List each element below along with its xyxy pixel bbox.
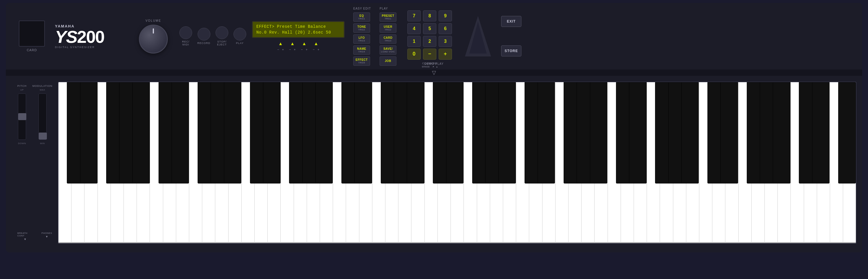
white-key[interactable]	[503, 82, 516, 243]
white-key[interactable]	[660, 82, 673, 243]
white-key[interactable]	[163, 82, 176, 243]
num-1-button[interactable]: 1	[407, 36, 421, 47]
tone-button[interactable]: TONE TRG2	[353, 24, 370, 33]
user-button[interactable]: USER TRG2	[380, 24, 396, 33]
white-key[interactable]	[398, 82, 411, 243]
card-button[interactable]: CARD TRG3	[380, 34, 396, 44]
white-key[interactable]	[189, 82, 202, 243]
white-key[interactable]	[529, 82, 542, 243]
white-key[interactable]	[647, 82, 660, 243]
slider-4-arrow[interactable]: ▲	[314, 41, 318, 46]
preset-button[interactable]: PRESET TRG1	[380, 12, 396, 22]
white-key[interactable]	[634, 82, 647, 243]
white-key[interactable]	[372, 82, 385, 243]
white-key[interactable]	[150, 82, 163, 243]
white-key[interactable]	[71, 82, 85, 243]
num-5-button[interactable]: 5	[423, 23, 436, 34]
white-key[interactable]	[490, 82, 503, 243]
volume-knob[interactable]	[139, 25, 168, 54]
white-key[interactable]	[333, 82, 346, 243]
store-button[interactable]: STORE	[501, 45, 521, 56]
white-key[interactable]	[582, 82, 595, 243]
num-3-button[interactable]: 3	[439, 36, 452, 47]
num-8-button[interactable]: 8	[423, 10, 436, 22]
white-key[interactable]	[176, 82, 189, 243]
white-key[interactable]	[98, 82, 111, 243]
white-key[interactable]	[281, 82, 294, 243]
white-key[interactable]	[843, 82, 856, 243]
white-key[interactable]	[830, 82, 843, 243]
num-4-button[interactable]: 4	[407, 23, 421, 34]
white-key[interactable]	[686, 82, 699, 243]
num-6-button[interactable]: 6	[439, 23, 452, 34]
white-key[interactable]	[804, 82, 817, 243]
white-key[interactable]	[451, 82, 464, 243]
white-key[interactable]	[137, 82, 150, 243]
white-key[interactable]	[411, 82, 425, 243]
record-button[interactable]	[197, 28, 210, 40]
white-key[interactable]	[111, 82, 124, 243]
white-key[interactable]	[294, 82, 307, 243]
play-button[interactable]	[234, 28, 246, 40]
white-key[interactable]	[242, 82, 255, 243]
slider-3-arrow[interactable]: ▲	[302, 41, 307, 46]
mod-slider[interactable]	[38, 93, 46, 140]
slider-3-minus[interactable]: −	[301, 48, 303, 51]
save-load-button[interactable]: SAVE/ LOAD VOIC	[380, 45, 396, 55]
white-key[interactable]	[516, 82, 529, 243]
white-key[interactable]	[608, 82, 621, 243]
job-button[interactable]: JOB	[380, 56, 396, 66]
white-key[interactable]	[556, 82, 568, 243]
white-key[interactable]	[765, 82, 778, 243]
white-key[interactable]	[385, 82, 398, 243]
stop-button[interactable]	[216, 26, 228, 39]
white-key[interactable]	[778, 82, 791, 243]
num-0-button[interactable]: 0	[407, 49, 421, 60]
white-key[interactable]	[568, 82, 582, 243]
slider-4-plus[interactable]: +	[317, 48, 319, 51]
white-key[interactable]	[307, 82, 320, 243]
white-key[interactable]	[124, 82, 137, 243]
white-key[interactable]	[346, 82, 359, 243]
lfo-button[interactable]: LFO TRG3	[353, 34, 370, 44]
white-key[interactable]	[85, 82, 97, 243]
slider-1-arrow[interactable]: ▲	[278, 41, 283, 46]
num-plus-button[interactable]: +	[439, 49, 452, 60]
white-key[interactable]	[320, 82, 333, 243]
white-key[interactable]	[464, 82, 477, 243]
slider-3-plus[interactable]: +	[306, 48, 307, 51]
pitch-slider[interactable]	[18, 93, 26, 140]
card-slot[interactable]	[19, 21, 45, 46]
white-key[interactable]	[255, 82, 268, 243]
exit-button[interactable]: EXIT	[501, 16, 521, 27]
white-key[interactable]	[817, 82, 830, 243]
slider-1-plus[interactable]: +	[282, 48, 284, 51]
white-key[interactable]	[58, 82, 71, 243]
slider-4-minus[interactable]: −	[313, 48, 314, 51]
piano-keyboard[interactable]	[58, 82, 857, 244]
num-2-button[interactable]: 2	[423, 36, 436, 47]
slider-2-arrow[interactable]: ▲	[290, 41, 295, 46]
white-key[interactable]	[438, 82, 451, 243]
name-button[interactable]: NAME TRG4	[353, 45, 370, 55]
white-key[interactable]	[673, 82, 686, 243]
white-key[interactable]	[268, 82, 281, 243]
white-key[interactable]	[699, 82, 712, 243]
num-9-button[interactable]: 9	[439, 10, 452, 22]
slider-2-plus[interactable]: +	[294, 48, 296, 51]
white-key[interactable]	[202, 82, 215, 243]
white-key[interactable]	[228, 82, 242, 243]
white-key[interactable]	[215, 82, 228, 243]
white-key[interactable]	[595, 82, 608, 243]
white-key[interactable]	[621, 82, 634, 243]
effect-button[interactable]: EFFECT TRG5	[353, 56, 370, 66]
white-key[interactable]	[359, 82, 372, 243]
white-key[interactable]	[725, 82, 738, 243]
white-key[interactable]	[791, 82, 804, 243]
slider-1-minus[interactable]: −	[277, 48, 279, 51]
white-key[interactable]	[542, 82, 556, 243]
num-minus-button[interactable]: −	[423, 49, 436, 60]
white-key[interactable]	[477, 82, 490, 243]
num-7-button[interactable]: 7	[407, 10, 421, 22]
rec-midi-button[interactable]	[179, 26, 192, 39]
